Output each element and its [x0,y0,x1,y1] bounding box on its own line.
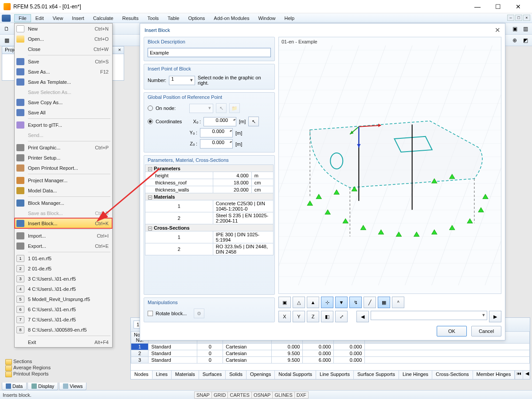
recent-7[interactable]: 77 C:\Users\..\01-de.rf5 [15,314,112,325]
tab-cross-sections[interactable]: Cross-Sections [432,371,473,379]
vb-members-icon[interactable]: ╱ [364,297,376,308]
vb-labels-icon[interactable]: ᴬ [392,297,404,308]
z-input[interactable]: 0.000 [200,139,233,149]
tb-axis-icon[interactable]: ⊕ [510,35,520,45]
maximize-button[interactable]: ☐ [488,0,508,13]
menu-tools[interactable]: Tools [143,14,163,22]
tab-lines[interactable]: Lines [153,371,172,379]
recent-3[interactable]: 33 C:\Users\..\01-en.rf5 [15,274,112,284]
minimize-button[interactable]: — [467,0,488,13]
menu-save-as[interactable]: Save As...F12 [15,66,112,77]
toggle-snap[interactable]: SNAP [194,391,212,399]
tab-nodal-supports[interactable]: Nodal Supports [275,371,316,379]
ok-button[interactable]: OK [437,326,467,336]
tree-sections[interactable]: Sections [4,358,51,364]
recent-4[interactable]: 44 C:\Users\..\01-de.rf5 [15,284,112,294]
number-combo[interactable]: 1 [169,76,195,85]
recent-8[interactable]: 88 C:\Users\..\000589-en.rf5 [15,325,112,335]
vb-prev-icon[interactable]: ◀ [356,311,369,322]
menu-open[interactable]: Open...Ctrl+O [15,34,112,44]
tabnav-first[interactable]: ⏮ [515,371,523,379]
mdi-restore[interactable]: □ [515,15,522,21]
sidetab-data[interactable]: Data [2,383,27,390]
close-button[interactable]: ✕ [508,0,528,13]
vb-iso-icon[interactable]: ◧ [321,311,333,322]
vb-zoom-fit-icon[interactable]: ⤢ [335,311,348,322]
tb-new-icon[interactable]: 🗋 [2,24,12,34]
recent-6[interactable]: 66 C:\Users\..\01-en.rf5 [15,304,112,314]
x-input[interactable]: 0.000 [203,117,236,126]
tab-line-hinges[interactable]: Line Hinges [399,371,432,379]
menu-open-printout-report[interactable]: Open Printout Report... [15,163,112,173]
tree-avg-regions[interactable]: Average Regions [4,364,51,371]
menu-export-gltf[interactable]: Export to glTF... [15,120,112,130]
tree-printout-reports[interactable]: Printout Reports [4,371,51,377]
mdi-close[interactable]: × [523,15,530,21]
menu-export[interactable]: Export...Ctrl+E [15,241,112,251]
menu-save[interactable]: SaveCtrl+S [15,56,112,66]
tb-cube-icon[interactable]: ▦ [2,35,12,45]
menu-new[interactable]: NewCtrl+N [15,23,112,34]
menu-save-template[interactable]: Save As Template... [15,77,112,87]
vb-nodes-icon[interactable]: ⊹ [321,297,333,308]
toggle-dxf[interactable]: DXF [294,391,309,399]
vb-next-icon[interactable]: ▶ [489,311,501,322]
menu-project-manager[interactable]: Project Manager... [15,175,112,185]
vb-surfaces-icon[interactable]: ▦ [378,297,390,308]
recent-1[interactable]: 11 01-en.rf5 [15,253,112,263]
menu-save-copy[interactable]: Save Copy As... [15,97,112,107]
menu-addons[interactable]: Add-on Modules [209,14,254,22]
tab-solids[interactable]: Solids [226,371,246,379]
menu-options[interactable]: Options [184,14,209,22]
radio-coordinates[interactable] [148,119,153,124]
tab-openings[interactable]: Openings [246,371,275,379]
menu-calculate[interactable]: Calculate [89,14,118,22]
menu-model-data[interactable]: Model Data... [15,185,112,196]
mdi-minimize[interactable]: – [507,15,514,21]
menu-print-graphic[interactable]: Print Graphic...Ctrl+P [15,142,112,153]
menu-edit[interactable]: Edit [31,14,48,22]
vb-wireframe-icon[interactable]: △ [293,297,305,308]
vb-solid-icon[interactable]: ▲ [307,297,319,308]
toggle-osnap[interactable]: OSNAP [251,391,273,399]
vb-view-y-icon[interactable]: Y [293,311,305,322]
tab-surface-supports[interactable]: Surface Supports [354,371,399,379]
menu-save-all[interactable]: Save All [15,107,112,117]
sidetab-views[interactable]: Views [59,383,86,390]
cancel-button[interactable]: Cancel [471,326,501,336]
tb-module2-icon[interactable]: ▥ [520,24,530,34]
tb-module1-icon[interactable]: ▣ [510,24,520,34]
menu-printer-setup[interactable]: Printer Setup... [15,153,112,163]
toggle-glines[interactable]: GLINES [272,391,294,399]
block-description-input[interactable] [148,48,271,57]
menu-results[interactable]: Results [118,14,143,22]
menu-help[interactable]: Help [280,14,299,22]
tab-member-hinges[interactable]: Member Hinges [473,371,515,379]
app-menu-icon[interactable] [2,15,11,22]
menu-file[interactable]: File [14,14,31,22]
tab-line-supports[interactable]: Line Supports [316,371,354,379]
radio-on-node[interactable] [148,106,153,111]
vb-view-z-icon[interactable]: Z [307,311,319,322]
recent-2[interactable]: 22 01-de.rf5 [15,263,112,274]
vb-perspective-icon[interactable]: ▣ [278,297,291,308]
preview-viewport[interactable]: 01-en - Example [278,37,501,294]
vb-view-x-icon[interactable]: X [278,311,291,322]
menu-window[interactable]: Window [254,14,280,22]
vb-loads-icon[interactable]: ↯ [349,297,362,308]
menu-exit[interactable]: ExitAlt+F4 [15,337,112,347]
tab-surfaces[interactable]: Surfaces [199,371,226,379]
tab-nodes[interactable]: Nodes [131,371,153,379]
toggle-grid[interactable]: GRID [211,391,228,399]
menu-table[interactable]: Table [163,14,184,22]
tb-view-icon[interactable]: ◩ [520,35,530,45]
tabnav-prev[interactable]: ◀ [523,371,530,379]
y-input[interactable]: 0.000 [200,128,233,137]
menu-insert[interactable]: Insert [67,14,89,22]
menu-block-manager[interactable]: Block Manager... [15,198,112,208]
menu-insert-block[interactable]: Insert Block...Ctrl+K [15,218,112,228]
recent-5[interactable]: 55 Modell_Revit_Ursprung.rf5 [15,294,112,304]
toggle-cartes[interactable]: CARTES [227,391,251,399]
vb-supports-icon[interactable]: ▼ [335,297,348,308]
pick-point-icon[interactable]: ↖ [248,117,259,126]
